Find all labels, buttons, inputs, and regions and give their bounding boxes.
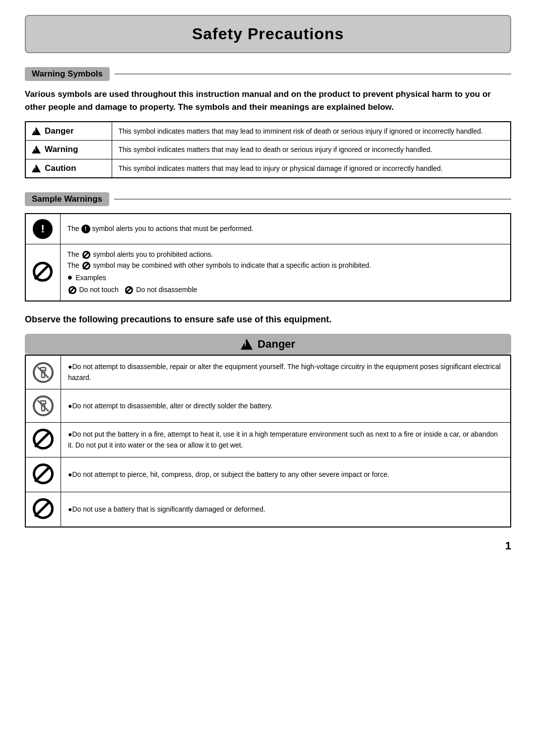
danger-section-header: ! Danger bbox=[25, 334, 511, 355]
warning-description: This symbol indicates matters that may l… bbox=[112, 141, 511, 159]
danger-label-cell: Danger bbox=[25, 122, 112, 141]
no-disassemble-svg bbox=[36, 366, 50, 379]
page-title: Safety Precautions bbox=[36, 25, 500, 43]
danger-text-1: ●Do not attempt to disassemble, repair o… bbox=[61, 355, 511, 389]
prohibit-icon-cell-3 bbox=[25, 492, 61, 528]
prohibit-text: The symbol alerts you to prohibited acti… bbox=[60, 244, 511, 301]
danger-description: This symbol indicates matters that may l… bbox=[112, 122, 511, 141]
danger-text-4: ●Do not attempt to pierce, hit, compress… bbox=[61, 457, 511, 492]
warning-label: Warning bbox=[45, 145, 78, 154]
table-row: ●Do not put the battery in a fire, attem… bbox=[25, 423, 511, 457]
svg-line-2 bbox=[38, 367, 49, 378]
observe-paragraph: Observe the following precautions to ens… bbox=[25, 313, 511, 326]
inline-prohibit-icon bbox=[125, 286, 133, 294]
no-tool-icon-cell-1 bbox=[25, 355, 61, 389]
warning-label-cell: Warning bbox=[25, 141, 112, 159]
mandatory-icon-cell: ! bbox=[25, 214, 60, 244]
table-row: ●Do not attempt to pierce, hit, compress… bbox=[25, 457, 511, 492]
prohibit-icon-cell-2 bbox=[25, 457, 61, 492]
caution-label: Caution bbox=[45, 163, 76, 173]
triangle-icon bbox=[32, 127, 41, 135]
prohibit-icon bbox=[33, 262, 53, 282]
danger-label: Danger bbox=[45, 126, 74, 136]
sample-warnings-table: ! The ! symbol alerts you to actions tha… bbox=[25, 213, 511, 302]
triangle-icon bbox=[32, 164, 41, 172]
inline-prohibit-icon bbox=[82, 262, 90, 270]
danger-text-5: ●Do not use a battery that is significan… bbox=[61, 492, 511, 528]
no-impact-icon bbox=[33, 463, 54, 484]
no-tool-icon-cell-2 bbox=[25, 389, 61, 423]
table-row: ●Do not use a battery that is significan… bbox=[25, 492, 511, 528]
svg-line-5 bbox=[38, 400, 49, 411]
intro-paragraph: Various symbols are used throughout this… bbox=[25, 88, 511, 113]
section-divider bbox=[114, 199, 511, 200]
warning-symbols-header: Warning Symbols bbox=[25, 67, 511, 81]
table-row: Caution This symbol indicates matters th… bbox=[25, 159, 511, 178]
caution-description: This symbol indicates matters that may l… bbox=[112, 159, 511, 178]
symbols-table: Danger This symbol indicates matters tha… bbox=[25, 121, 511, 178]
no-fire-icon bbox=[33, 429, 54, 450]
page-title-box: Safety Precautions bbox=[25, 15, 511, 53]
prohibit-icon-cell bbox=[25, 244, 60, 301]
no-solder-icon bbox=[33, 395, 54, 416]
sample-warnings-label: Sample Warnings bbox=[25, 192, 109, 206]
danger-table: ●Do not attempt to disassemble, repair o… bbox=[25, 355, 511, 528]
danger-text-3: ●Do not put the battery in a fire, attem… bbox=[61, 423, 511, 457]
inline-prohibit-icon bbox=[82, 251, 90, 259]
caution-label-cell: Caution bbox=[25, 159, 112, 178]
table-row: ! The ! symbol alerts you to actions tha… bbox=[25, 214, 511, 244]
table-row: ●Do not attempt to disassemble, alter or… bbox=[25, 389, 511, 423]
danger-triangle-icon: ! bbox=[241, 339, 253, 350]
prohibit-icon-cell-1 bbox=[25, 423, 61, 457]
section-divider bbox=[115, 74, 511, 75]
table-row: Warning This symbol indicates matters th… bbox=[25, 141, 511, 159]
table-row: ●Do not attempt to disassemble, repair o… bbox=[25, 355, 511, 389]
page-number: 1 bbox=[25, 539, 511, 552]
no-damaged-icon bbox=[33, 498, 54, 519]
no-solder-svg bbox=[36, 399, 50, 413]
table-row: The symbol alerts you to prohibited acti… bbox=[25, 244, 511, 301]
sample-warnings-header: Sample Warnings bbox=[25, 192, 511, 206]
table-row: Danger This symbol indicates matters tha… bbox=[25, 122, 511, 141]
warning-symbols-label: Warning Symbols bbox=[25, 67, 110, 81]
danger-section-label: Danger bbox=[258, 338, 295, 351]
danger-text-2: ●Do not attempt to disassemble, alter or… bbox=[61, 389, 511, 423]
no-disassemble-icon bbox=[33, 362, 54, 383]
inline-prohibit-icon bbox=[68, 286, 76, 294]
mandatory-icon: ! bbox=[33, 219, 53, 239]
triangle-icon bbox=[32, 146, 41, 153]
mandatory-text: The ! symbol alerts you to actions that … bbox=[60, 214, 511, 244]
